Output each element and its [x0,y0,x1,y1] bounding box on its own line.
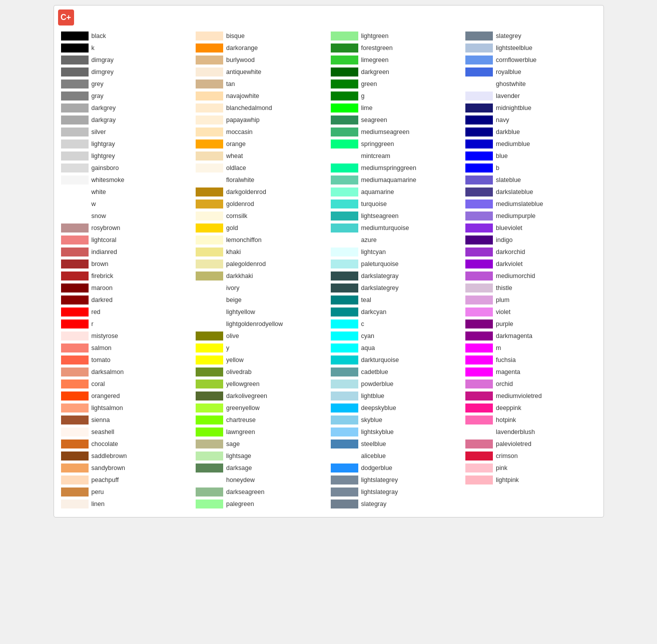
color-item: linen [59,498,194,510]
color-swatch [61,152,89,160]
color-item: ivory [194,282,329,294]
color-swatch [61,428,89,436]
color-item: lightcoral [59,234,194,246]
color-name-label: darkslateblue [496,188,533,196]
color-name-label: rosybrown [92,224,121,232]
color-swatch [465,80,493,88]
color-swatch [196,68,223,76]
color-name-label: m [496,344,501,352]
color-swatch [61,224,89,232]
color-name-label: darkviolet [496,260,523,268]
color-item: mediumturquoise [329,222,464,234]
color-swatch [61,332,89,340]
color-swatch [196,164,223,172]
color-swatch [465,284,493,292]
color-swatch [465,188,493,196]
color-name-label: orange [226,140,246,148]
color-swatch [61,488,89,496]
color-name-label: yellow [226,356,244,364]
color-item: lavenderblush [463,426,598,438]
color-name-label: khaki [226,248,241,256]
color-swatch [196,296,223,304]
color-name-label: goldenrod [226,200,254,208]
color-item: antiquewhite [194,66,329,78]
color-name-label: dimgrey [92,68,114,76]
color-swatch [196,260,223,268]
color-name-label: lavender [496,92,520,100]
color-item: fuchsia [463,354,598,366]
color-name-label: lightsalmon [92,404,123,412]
color-swatch [331,488,358,496]
color-item: darkseagreen [194,486,329,498]
color-item: skyblue [329,414,464,426]
color-item: steelblue [329,438,464,450]
color-swatch [465,32,493,40]
color-item: violet [463,306,598,318]
color-item: teal [329,294,464,306]
color-swatch [331,200,358,208]
color-item: slategray [329,498,464,510]
color-item: thistle [463,282,598,294]
color-name-label: mediumvioletred [496,392,542,400]
color-item: aquamarine [329,186,464,198]
color-name-label: darkseagreen [226,488,264,496]
color-item: darkslategray [329,270,464,282]
color-name-label: lightgray [92,140,115,148]
color-column-3: slategreylightsteelbluecornflowerblueroy… [463,30,598,510]
color-name-label: plum [496,296,509,304]
color-name-label: coral [92,380,105,388]
color-item: lightcyan [329,246,464,258]
color-name-label: mediumorchid [496,272,535,280]
color-item: tan [194,78,329,90]
color-name-label: darkcyan [361,308,387,316]
color-name-label: moccasin [226,128,253,136]
color-swatch [465,332,493,340]
color-item: slategrey [463,30,598,42]
color-swatch [465,224,493,232]
color-item: w [59,198,194,210]
color-item: deepskyblue [329,402,464,414]
color-swatch [61,380,89,388]
color-name-label: maroon [92,284,113,292]
color-name-label: y [226,344,229,352]
color-item: darkgoldenrod [194,186,329,198]
color-item: bisque [194,30,329,42]
color-name-label: lavenderblush [496,428,535,436]
color-name-label: lemonchiffon [226,236,262,244]
color-column-0: blackkdimgraydimgreygreygraydarkgreydark… [59,30,194,510]
color-item: beige [194,294,329,306]
color-name-label: hotpink [496,416,516,424]
color-item: g [329,90,464,102]
color-name-label: r [92,320,94,328]
color-swatch [196,440,223,448]
colors-grid: blackkdimgraydimgreygreygraydarkgreydark… [59,30,598,510]
color-name-label: cadetblue [361,368,388,376]
color-swatch [465,116,493,124]
color-item: slateblue [463,174,598,186]
color-name-label: beige [226,296,242,304]
color-name-label: darksage [226,464,252,472]
color-swatch [196,176,223,184]
color-name-label: orangered [92,392,120,400]
color-name-label: silver [92,128,106,136]
color-name-label: darkgray [92,116,116,124]
color-name-label: lightgrey [92,152,115,160]
color-swatch [465,368,493,376]
color-item: darkolivegreen [194,390,329,402]
color-item: royalblue [463,66,598,78]
color-item: cadetblue [329,366,464,378]
color-item: mediumspringgreen [329,162,464,174]
color-item: orchid [463,378,598,390]
color-name-label: lightseagreen [361,212,399,220]
color-name-label: firebrick [92,272,114,280]
color-name-label: limegreen [361,56,389,64]
color-swatch [465,272,493,280]
color-swatch [61,308,89,316]
color-swatch [61,80,89,88]
color-name-label: deepskyblue [361,404,396,412]
color-item: palevioletred [463,438,598,450]
color-item: lightskyblue [329,426,464,438]
color-item: palegreen [194,498,329,510]
color-name-label: darkslategrey [361,284,399,292]
color-item: lightsteelblue [463,42,598,54]
